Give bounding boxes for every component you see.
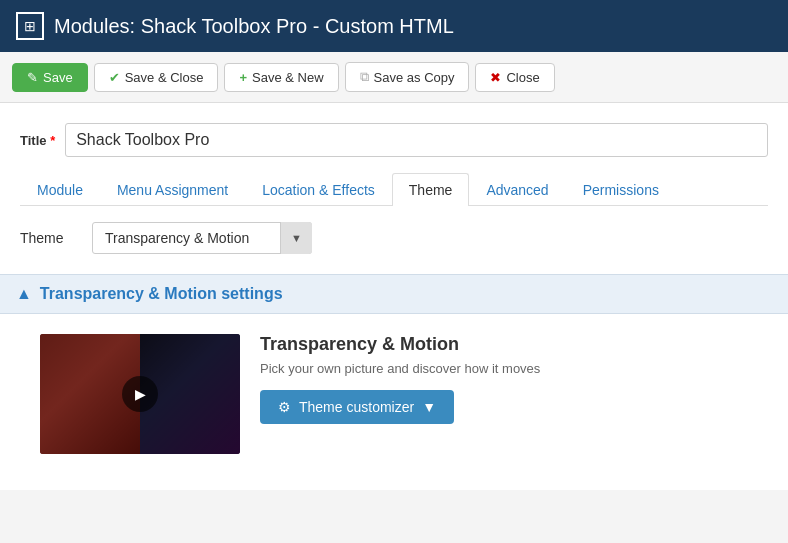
save-copy-button[interactable]: ⧉ Save as Copy [345, 62, 470, 92]
theme-field-label: Theme [20, 230, 80, 246]
card-description: Pick your own picture and discover how i… [260, 361, 748, 376]
section-header: ▲ Transparency & Motion settings [0, 274, 788, 314]
tabs-container: Module Menu Assignment Location & Effect… [20, 173, 768, 206]
app-icon: ⊞ [16, 12, 44, 40]
theme-customizer-button[interactable]: ⚙ Theme customizer ▼ [260, 390, 454, 424]
save-button[interactable]: ✎ Save [12, 63, 88, 92]
title-input[interactable] [65, 123, 768, 157]
save-close-button[interactable]: ✔ Save & Close [94, 63, 219, 92]
tab-module[interactable]: Module [20, 173, 100, 206]
close-icon: ✖ [490, 70, 501, 85]
page-title: Modules: Shack Toolbox Pro - Custom HTML [54, 15, 454, 38]
card-info: Transparency & Motion Pick your own pict… [260, 334, 748, 424]
theme-select-row: Theme Transparency & Motion Default Flat… [20, 222, 768, 254]
card-title: Transparency & Motion [260, 334, 748, 355]
content-area: Title * Module Menu Assignment Location … [0, 103, 788, 206]
plus-icon: + [239, 70, 247, 85]
card-area: ▶ Transparency & Motion Pick your own pi… [20, 314, 768, 474]
theme-preview-image: ▶ [40, 334, 240, 454]
tab-theme[interactable]: Theme [392, 173, 470, 206]
toolbar: ✎ Save ✔ Save & Close + Save & New ⧉ Sav… [0, 52, 788, 103]
app-header: ⊞ Modules: Shack Toolbox Pro - Custom HT… [0, 0, 788, 52]
close-button[interactable]: ✖ Close [475, 63, 554, 92]
title-field-row: Title * [20, 123, 768, 157]
section-title: Transparency & Motion settings [40, 285, 283, 303]
check-icon: ✔ [109, 70, 120, 85]
theme-select[interactable]: Transparency & Motion Default Flat Glass [92, 222, 312, 254]
chevron-down-icon: ▼ [422, 399, 436, 415]
gear-icon: ⚙ [278, 399, 291, 415]
save-icon: ✎ [27, 70, 38, 85]
copy-icon: ⧉ [360, 69, 369, 85]
tab-menu-assignment[interactable]: Menu Assignment [100, 173, 245, 206]
required-marker: * [50, 133, 55, 148]
tab-location-effects[interactable]: Location & Effects [245, 173, 392, 206]
save-new-button[interactable]: + Save & New [224, 63, 338, 92]
settings-area: Theme Transparency & Motion Default Flat… [0, 206, 788, 490]
play-icon: ▶ [122, 376, 158, 412]
chevron-up-icon: ▲ [16, 285, 32, 303]
theme-select-wrapper: Transparency & Motion Default Flat Glass… [92, 222, 312, 254]
tab-permissions[interactable]: Permissions [566, 173, 676, 206]
tab-advanced[interactable]: Advanced [469, 173, 565, 206]
title-label: Title * [20, 133, 55, 148]
